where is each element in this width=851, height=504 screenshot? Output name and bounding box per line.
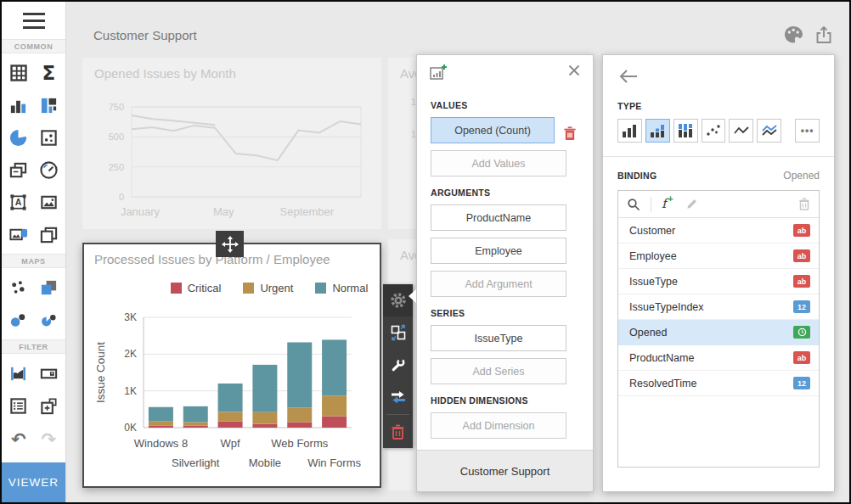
field-row-opened[interactable]: Opened <box>618 320 819 345</box>
card-tool-button[interactable] <box>4 154 33 186</box>
add-dimension-button[interactable]: Add Dimension <box>431 412 566 439</box>
chart-tool-button[interactable] <box>4 89 33 121</box>
convert-button[interactable] <box>383 381 413 413</box>
value-item-chip[interactable]: Opened (Count) <box>431 117 555 143</box>
argument-item-chip[interactable]: Employee <box>431 238 566 264</box>
gauge-tool-button[interactable] <box>34 154 63 186</box>
add-series-button[interactable]: Add Series <box>431 358 566 384</box>
common-tools: Σ A <box>2 53 65 254</box>
export-icon <box>815 25 832 44</box>
bubble-map-tool-button[interactable] <box>4 304 33 336</box>
delete-field-button[interactable] <box>798 198 810 210</box>
chart-plus-icon <box>429 64 448 81</box>
swap-arguments-button[interactable] <box>383 316 413 349</box>
svg-text:250: 250 <box>109 162 124 172</box>
range-filter-tool-button[interactable] <box>4 357 33 389</box>
menu-button[interactable] <box>2 2 65 39</box>
field-name: Customer <box>629 225 675 237</box>
full-stacked-bar-type-icon <box>677 123 694 138</box>
pie-map-icon <box>39 311 59 330</box>
toolbar-divider <box>386 414 409 415</box>
scatter-tool-button[interactable] <box>34 121 63 154</box>
more-types-button[interactable]: ••• <box>795 119 820 143</box>
export-button[interactable] <box>814 25 834 45</box>
field-row-customer[interactable]: Customerab <box>618 218 819 244</box>
stacked-bar-chart: 0K1K2K3KIssue CountWindows 8SilverlightW… <box>84 244 380 486</box>
search-icon <box>627 198 640 211</box>
remove-value-button[interactable] <box>563 126 577 141</box>
redo-icon: ↷ <box>41 429 56 450</box>
choropleth-map-tool-button[interactable] <box>34 272 63 304</box>
group-tool-button[interactable] <box>34 218 63 250</box>
svg-text:1K: 1K <box>124 385 137 397</box>
cards-icon <box>8 160 28 180</box>
type-point-button[interactable] <box>702 119 726 143</box>
close-panel-button[interactable] <box>567 64 581 77</box>
edit-field-button[interactable] <box>685 198 698 210</box>
field-type-badge-datetime <box>793 326 810 339</box>
image-tool-button[interactable] <box>34 186 63 218</box>
field-name: IssueType <box>629 276 678 288</box>
svg-text:500: 500 <box>109 132 124 142</box>
pie-tool-button[interactable] <box>4 121 33 154</box>
field-row-resolvedtime[interactable]: ResolvedTime12 <box>618 371 819 396</box>
bound-image-tool-button[interactable] <box>4 218 33 250</box>
color-scheme-button[interactable] <box>783 25 803 45</box>
add-chart-item-button[interactable] <box>429 64 448 81</box>
undo-button[interactable]: ↶ <box>4 427 33 452</box>
move-icon <box>222 236 239 253</box>
stacked-bar-type-icon <box>649 123 666 138</box>
svg-text:January: January <box>121 205 161 218</box>
field-row-productname[interactable]: ProductNameab <box>618 345 819 371</box>
type-stacked-line-button[interactable] <box>757 119 781 143</box>
combo-box-tool-button[interactable] <box>34 357 63 389</box>
type-stacked-bar-button[interactable] <box>645 119 670 143</box>
svg-text:Mobile: Mobile <box>249 456 281 469</box>
type-line-button[interactable] <box>729 119 753 143</box>
grid-tool-button[interactable]: Σ <box>34 57 63 89</box>
back-button[interactable] <box>617 67 640 86</box>
widget-toolbar <box>383 284 413 448</box>
geo-point-map-tool-button[interactable] <box>4 272 33 304</box>
widget-opened-issues-by-month[interactable]: Opened Issues by Month 0250500750January… <box>82 58 381 229</box>
trash-icon <box>391 424 405 440</box>
add-calculated-field-button[interactable]: f+ <box>662 198 667 210</box>
widget-processed-issues[interactable]: Processed Issues by Platform / Employee … <box>82 243 381 488</box>
field-row-issuetype[interactable]: IssueTypeab <box>618 269 819 294</box>
treemap-tool-button[interactable] <box>34 89 63 121</box>
widget-title: Opened Issues by Month <box>94 66 236 81</box>
text-box-tool-button[interactable]: A <box>4 186 33 218</box>
data-source-footer[interactable]: Customer Support <box>417 450 593 491</box>
header-actions <box>783 25 834 45</box>
add-values-button[interactable]: Add Values <box>431 150 566 176</box>
field-type-badge-text: ab <box>793 224 810 237</box>
dashboard-designer-window: Opened Issues by Month 0250500750January… <box>0 0 851 504</box>
tree-view-tool-button[interactable] <box>34 389 63 422</box>
scatter-chart-icon <box>39 128 59 148</box>
bar-type-icon <box>621 123 638 138</box>
viewer-button[interactable]: VIEWER <box>2 462 65 502</box>
argument-item-chip[interactable]: ProductName <box>431 204 566 231</box>
type-bar-button[interactable] <box>617 119 642 143</box>
pie-map-tool-button[interactable] <box>34 304 63 336</box>
series-item-chip[interactable]: IssueType <box>431 325 566 351</box>
point-type-icon <box>705 123 722 138</box>
search-button[interactable] <box>627 198 640 211</box>
field-type-badge-number: 12 <box>793 300 810 313</box>
delete-widget-button[interactable] <box>383 416 413 448</box>
widget-move-handle[interactable] <box>216 231 244 257</box>
field-type-badge-text: ab <box>793 249 810 262</box>
pivot-tool-button[interactable] <box>4 57 33 89</box>
field-row-issuetypeindex[interactable]: IssueTypeIndex12 <box>618 294 819 320</box>
field-name: ResolvedTime <box>629 378 696 389</box>
type-full-stacked-bar-button[interactable] <box>673 119 698 143</box>
redo-button[interactable]: ↷ <box>34 427 63 452</box>
options-button[interactable] <box>383 349 413 381</box>
svg-text:2K: 2K <box>124 348 137 360</box>
add-argument-button[interactable]: Add Argument <box>431 271 566 297</box>
field-row-employee[interactable]: Employeeab <box>618 244 819 269</box>
panel-pointer <box>409 289 416 303</box>
list-box-tool-button[interactable] <box>4 389 33 422</box>
image-icon <box>39 193 59 212</box>
field-name: ProductName <box>629 352 694 364</box>
